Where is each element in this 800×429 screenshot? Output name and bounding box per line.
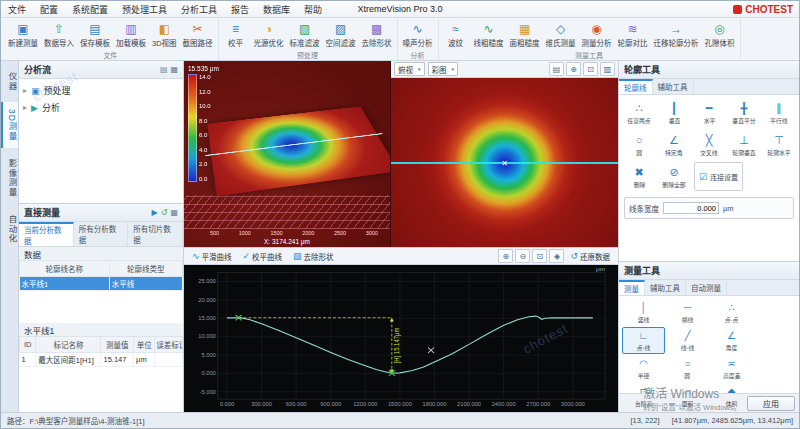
sidebar-tab-自动化[interactable]: 自动化 <box>1 208 18 251</box>
contour-tool-parallel-line[interactable]: ∥平行线 <box>762 98 796 129</box>
ribbon-button-standard-filter[interactable]: ▧标准滤波 <box>287 19 323 51</box>
menu-系统配置[interactable]: 系统配置 <box>65 3 115 16</box>
ribbon-button-vickers-measure[interactable]: ◇维氏测量 <box>543 19 579 51</box>
flow-item-预处理[interactable]: ▸▣预处理 <box>23 82 179 99</box>
ribbon-button-remove-form[interactable]: ▩去除形状 <box>359 19 395 51</box>
menu-文件[interactable]: 文件 <box>1 3 33 16</box>
column-header-单位[interactable]: 单位 <box>134 337 155 353</box>
palette-icon[interactable]: ▤ <box>549 62 564 76</box>
collapse-all-icon[interactable]: ▤ <box>160 65 168 74</box>
contour-tool-cross-line[interactable]: ╳交叉线 <box>692 130 726 161</box>
contour-tool-circle-line[interactable]: ○圆 <box>622 130 656 161</box>
fit-icon[interactable]: ⊡ <box>532 249 547 263</box>
export-table-icon[interactable]: ▦ <box>170 208 178 217</box>
contour-tool-perpendicular-bisector[interactable]: ╋垂直平分 <box>727 98 761 129</box>
level-curve-button[interactable]: ✓校平曲线 <box>238 249 288 264</box>
ribbon-button-noise-analysis[interactable]: ∿噪声分析 <box>400 19 436 51</box>
measure-tool-point-point[interactable]: ∴点-点 <box>710 299 753 326</box>
contour-tool-delete-line[interactable]: ✖删除 <box>622 162 656 193</box>
apply-button[interactable]: 应用 <box>747 396 795 411</box>
column-header-标记名称[interactable]: 标记名称 <box>36 337 101 353</box>
measure-tool-line-line[interactable]: ╱线-线 <box>666 327 709 354</box>
measure-tools-title: 测量工具 <box>624 264 660 277</box>
contour-tool-contour-vertical[interactable]: ⊥轮廓垂直 <box>727 130 761 161</box>
menu-配置[interactable]: 配置 <box>33 3 65 16</box>
column-header-误差标识[interactable]: 误差标识 <box>155 337 183 353</box>
fit-view-icon[interactable]: ⊡ <box>583 62 598 76</box>
view-mode-select[interactable]: 俯视 ▾ <box>394 62 425 76</box>
column-header-轮廓线类型[interactable]: 轮廓线类型 <box>109 261 182 277</box>
table-row[interactable]: 水平线1水平线 <box>20 277 183 291</box>
ribbon-button-save-template[interactable]: ▤保存模板 <box>77 19 113 51</box>
ribbon-button-area-roughness[interactable]: ▦面粗糙度 <box>507 19 543 51</box>
ribbon-button-light-optimize[interactable]: ◑光源优化 <box>251 19 287 51</box>
link-settings-checkbox[interactable]: ☑连接设置 <box>694 162 743 191</box>
ribbon-button-waviness[interactable]: ≈波纹 <box>441 19 471 51</box>
top-2d-image[interactable]: ✕ <box>391 78 618 247</box>
ribbon-button-measure-analysis[interactable]: ◉测量分析 <box>579 19 615 51</box>
sidebar-tab-仪器[interactable]: 仪器 <box>1 65 18 98</box>
line-line-icon: ╱ <box>684 330 690 342</box>
contour-tool-two-points-line[interactable]: ∴任意两点 <box>622 98 656 129</box>
expand-all-icon[interactable]: ▦ <box>170 65 178 74</box>
ribbon-button-spatial-filter[interactable]: ▨空间滤波 <box>323 19 359 51</box>
zoom-in-icon[interactable]: ⊕ <box>498 249 513 263</box>
tab-自动测量[interactable]: 自动测量 <box>686 280 727 295</box>
sidebar-tab-3D测量[interactable]: 3D测量 <box>1 102 18 148</box>
smooth-curve-button[interactable]: ∿平滑曲线 <box>187 249 237 264</box>
tab-所有分析数据[interactable]: 所有分析数据 <box>74 222 129 246</box>
column-header-测量值[interactable]: 测量值 <box>101 337 134 353</box>
measure-tool-angle-measure[interactable]: ∠角度 <box>710 327 753 354</box>
profile-section-line[interactable] <box>205 133 383 156</box>
menu-帮助[interactable]: 帮助 <box>297 3 329 16</box>
zoom-in-icon[interactable]: ⊕ <box>566 62 581 76</box>
ribbon-button-screenshot-path[interactable]: ✂截图路径 <box>180 19 216 51</box>
tab-所有切片数据[interactable]: 所有切片数据 <box>128 222 183 246</box>
surface-3d-view[interactable]: 15.535 μm 14.012.010.08.06.04.02.00.0 50… <box>184 61 391 247</box>
line-width-input[interactable] <box>663 202 719 214</box>
ribbon-button-pore-volume[interactable]: ◎孔隙体积 <box>702 19 738 51</box>
save-view-icon[interactable]: ▥ <box>600 62 615 76</box>
restore-data-button[interactable]: ↺ 还原数据 <box>565 249 615 264</box>
refresh-icon[interactable]: ↺ <box>161 208 168 217</box>
remove-shape-button[interactable]: ▨去除形状 <box>288 249 339 264</box>
menu-数据库[interactable]: 数据库 <box>256 3 297 16</box>
measure-tool-vertical-measure[interactable]: │竖线 <box>622 299 665 326</box>
column-header-轮廓线名称[interactable]: 轮廓线名称 <box>20 261 110 277</box>
ribbon-button-load-template[interactable]: ▥加载模板 <box>113 19 149 51</box>
ribbon-button-line-roughness[interactable]: ∿线粗糙度 <box>471 19 507 51</box>
measure-tool-point-line[interactable]: ∟点-线 <box>622 327 665 354</box>
measure-tool-radius-measure[interactable]: ◠半径 <box>622 355 665 382</box>
contour-tool-contour-horizontal[interactable]: ⊤轮廓水平 <box>762 130 796 161</box>
ribbon-button-contour-compare[interactable]: ≋轮廓对比 <box>615 19 651 51</box>
tab-测量[interactable]: 测量 <box>619 280 645 295</box>
ribbon-button-view-3d[interactable]: ◧3D视图 <box>149 19 180 51</box>
tab-辅助工具[interactable]: 辅助工具 <box>653 79 694 94</box>
contour-tool-horizontal-line[interactable]: ━水平 <box>692 98 726 129</box>
ribbon-button-new-measurement[interactable]: ▣新建测量 <box>5 19 41 51</box>
table-row[interactable]: 1最大区间距1[H1]15.147μm <box>20 353 183 367</box>
ribbon-button-leveling[interactable]: ≡校平 <box>221 19 251 51</box>
menu-分析工具[interactable]: 分析工具 <box>174 3 224 16</box>
tab-辅助工具[interactable]: 辅助工具 <box>645 280 686 295</box>
contour-tool-vertical-line[interactable]: ┃垂直 <box>657 98 691 129</box>
contour-tool-delete-all[interactable]: ⊘删除全部 <box>657 162 691 193</box>
flow-item-分析[interactable]: ▸▶分析 <box>23 99 179 116</box>
measure-tool-circle-measure[interactable]: ○圆 <box>666 355 709 382</box>
tab-当前分析数据[interactable]: 当前分析数据 <box>19 222 74 246</box>
measure-tool-height-diff[interactable]: ≍高度差 <box>710 355 753 382</box>
contour-tool-fixed-angle[interactable]: ∠特定角 <box>657 130 691 161</box>
measure-tool-horizontal-measure[interactable]: ─横线 <box>666 299 709 326</box>
column-header-ID[interactable]: ID <box>20 337 36 353</box>
tab-轮廓线[interactable]: 轮廓线 <box>619 79 653 94</box>
run-analysis-icon[interactable]: ▶ <box>152 208 158 217</box>
menu-报告[interactable]: 报告 <box>224 3 256 16</box>
ribbon-button-migrate-contour-analysis[interactable]: →迁移轮廓分析 <box>651 19 702 51</box>
profile-chart[interactable]: 0.000300.000600.000900.0001200.0001500.0… <box>184 265 618 412</box>
zoom-out-icon[interactable]: ⊖ <box>515 249 530 263</box>
palette-select[interactable]: 彩图 ▾ <box>428 62 459 76</box>
ribbon-button-data-import[interactable]: ⇧数据导入 <box>41 19 77 51</box>
menu-预处理工具[interactable]: 预处理工具 <box>115 3 174 16</box>
sidebar-tab-影像测量[interactable]: 影像测量 <box>1 152 18 204</box>
pan-icon[interactable]: ◈ <box>549 249 564 263</box>
